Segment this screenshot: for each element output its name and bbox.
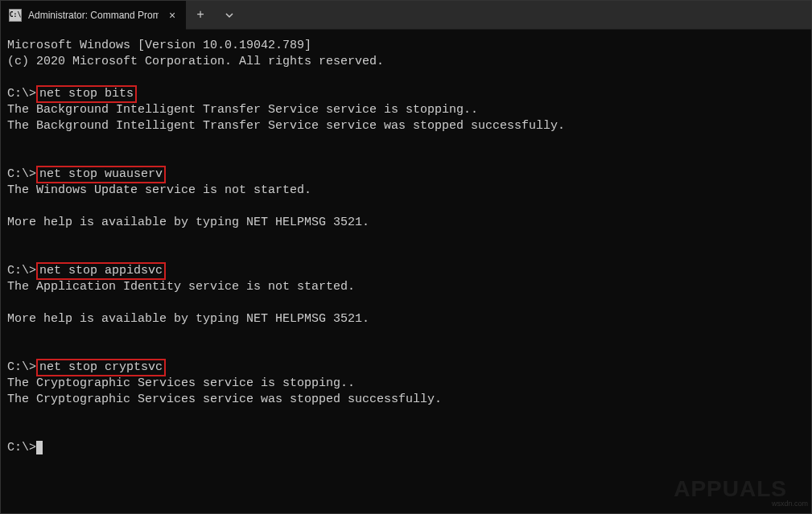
close-icon[interactable]: × [165,8,179,23]
terminal-output: Microsoft Windows [Version 10.0.19042.78… [7,38,805,456]
output-line: More help is available by typing NET HEL… [7,311,805,327]
output-line: The Application Identity service is not … [7,279,805,295]
tab-active[interactable]: C:\ Administrator: Command Promp × [1,1,186,30]
watermark: APPUALS [674,481,787,497]
cmd-icon: C:\ [9,9,22,22]
output-line: The Background Intelligent Transfer Serv… [7,102,805,118]
cursor [36,441,43,454]
tabbar-actions: + [186,1,244,29]
tab-title: Administrator: Command Promp [28,10,159,21]
chevron-down-icon [225,10,234,20]
command-input: net stop bits [36,85,137,103]
terminal-body[interactable]: Microsoft Windows [Version 10.0.19042.78… [1,30,811,513]
command-input: net stop cryptsvc [36,359,166,376]
output-line: More help is available by typing NET HEL… [7,215,805,231]
tab-dropdown-button[interactable] [215,1,244,30]
prompt: C:\> [7,360,36,374]
prompt: C:\> [7,87,36,101]
footer-watermark: wsxdn.com [772,495,808,512]
command-input: net stop appidsvc [36,262,166,280]
output-line: The Cryptographic Services service is st… [7,376,805,392]
output-line: The Background Intelligent Transfer Serv… [7,118,805,134]
command-input: net stop wuauserv [36,166,166,183]
new-tab-button[interactable]: + [186,1,215,30]
terminal-window: C:\ Administrator: Command Promp × + Mic… [0,0,812,514]
prompt: C:\> [7,441,36,454]
output-line: The Windows Update service is not starte… [7,183,805,199]
tab-bar: C:\ Administrator: Command Promp × + [1,1,811,30]
version-line: Microsoft Windows [Version 10.0.19042.78… [7,38,805,54]
prompt: C:\> [7,264,36,278]
output-line: The Cryptographic Services service was s… [7,392,805,408]
prompt: C:\> [7,167,36,181]
copyright-line: (c) 2020 Microsoft Corporation. All righ… [7,54,805,70]
